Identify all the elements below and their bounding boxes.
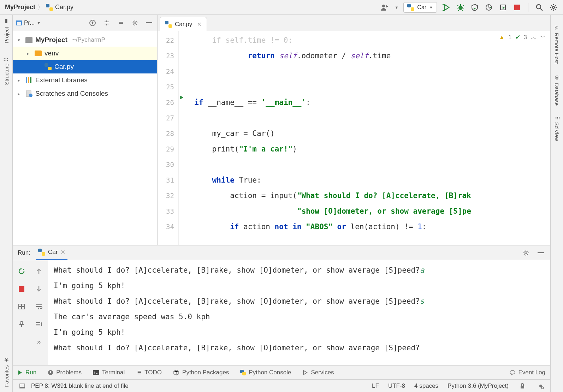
up-arrow-icon[interactable]: ︿ <box>531 33 537 41</box>
status-message[interactable]: PEP 8: W391 blank line at end of file <box>31 382 129 390</box>
expand-all-icon[interactable] <box>102 18 111 28</box>
navigation-bar: MyProject 〉 Car.py ▼ Car ▼ <box>0 0 563 15</box>
collapse-all-icon[interactable] <box>116 18 125 28</box>
services-tool-button[interactable]: Services <box>302 369 334 376</box>
down-arrow-icon[interactable]: ﹀ <box>540 33 546 41</box>
inspection-widget[interactable]: ▲ 1 ✔ 3 ︿ ﹀ <box>499 33 546 41</box>
stop-icon[interactable] <box>17 284 26 293</box>
lock-icon[interactable] <box>518 381 527 391</box>
tree-scratches[interactable]: ▸ Scratches and Consoles <box>13 87 157 100</box>
coverage-icon[interactable] <box>470 3 479 12</box>
tree-file-car[interactable]: Car.py <box>13 60 157 73</box>
editor-area: Car.py ✕ 22232425262728293031323334 if s… <box>158 15 550 245</box>
tree-venv[interactable]: ▸ venv <box>13 47 157 60</box>
run-icon[interactable] <box>442 3 451 12</box>
folder-icon <box>25 37 32 43</box>
concurrency-icon[interactable] <box>498 3 508 12</box>
tool-windows-icon[interactable] <box>18 381 27 391</box>
expand-arrow-icon[interactable]: ▸ <box>18 91 23 96</box>
indent[interactable]: 4 spaces <box>414 382 438 390</box>
svg-rect-3 <box>514 5 520 10</box>
packages-tool-button[interactable]: Python Packages <box>173 369 229 376</box>
inspector-icon[interactable] <box>536 381 545 391</box>
soft-wrap-icon[interactable] <box>34 302 43 311</box>
sciview-button[interactable]: ⠿ SciView <box>554 116 560 141</box>
hide-icon[interactable] <box>536 248 545 257</box>
add-user-icon[interactable] <box>380 3 390 12</box>
python-file-icon <box>46 4 53 11</box>
breadcrumb-file[interactable]: Car.py <box>46 4 73 11</box>
status-bar: PEP 8: W391 blank line at end of file LF… <box>13 379 550 392</box>
editor-tab-car[interactable]: Car.py ✕ <box>160 17 207 31</box>
run-config-selector[interactable]: Car ▼ <box>403 2 437 13</box>
settings-gear-icon[interactable] <box>521 248 531 257</box>
breadcrumb-project[interactable]: MyProject <box>5 4 35 11</box>
svg-point-27 <box>541 387 544 389</box>
favorites-tool-button[interactable]: Favorites ★ <box>3 357 10 387</box>
editor-tabs: Car.py ✕ <box>158 15 550 31</box>
svg-rect-7 <box>17 21 22 22</box>
terminal-tool-button[interactable]: Terminal <box>93 369 125 376</box>
line-separator[interactable]: LF <box>372 382 379 390</box>
todo-tool-button[interactable]: TODO <box>136 369 162 376</box>
tree-root[interactable]: ▾ MyProject ~/PycharmP <box>13 33 157 47</box>
chevron-down-icon: ▼ <box>429 5 433 10</box>
settings-gear-icon[interactable] <box>549 3 558 12</box>
python-file-icon <box>38 249 45 256</box>
structure-tool-button[interactable]: Structure ⠿ <box>3 58 10 85</box>
code-editor[interactable]: 22232425262728293031323334 if self.time … <box>158 31 550 245</box>
svg-rect-25 <box>521 386 524 388</box>
python-file-icon <box>165 21 172 28</box>
debug-icon[interactable] <box>456 3 465 12</box>
pin-icon[interactable] <box>17 320 26 329</box>
close-tab-icon[interactable]: ✕ <box>197 21 202 28</box>
play-icon <box>18 370 23 375</box>
tree-external-libraries[interactable]: ▸ External Libraries <box>13 73 157 87</box>
remote-host-button[interactable]: ⎘ Remote Host <box>554 25 560 64</box>
svg-point-9 <box>134 22 136 24</box>
scroll-to-end-icon[interactable] <box>34 320 43 329</box>
hide-icon[interactable] <box>144 18 154 28</box>
run-tool-window: Run: Car ✕ <box>13 245 550 365</box>
problems-tool-button[interactable]: Problems <box>48 369 82 376</box>
warn-icon <box>48 370 53 375</box>
star-icon: ★ <box>3 357 10 363</box>
chevron-down-icon: ▼ <box>37 21 41 25</box>
rerun-icon[interactable] <box>17 267 26 276</box>
project-tool-button[interactable]: Project ▮ <box>3 18 10 43</box>
search-icon[interactable] <box>535 3 544 12</box>
locate-icon[interactable] <box>88 18 97 28</box>
packages-icon <box>173 370 179 375</box>
run-tab-car[interactable]: Car ✕ <box>36 245 67 260</box>
run-tool-button[interactable]: Run <box>18 369 36 376</box>
profile-icon[interactable] <box>484 3 493 12</box>
interpreter[interactable]: Python 3.6 (MyProject) <box>448 382 509 390</box>
collapse-arrow-icon[interactable]: ▾ <box>18 37 23 43</box>
svg-point-0 <box>382 5 385 7</box>
run-gutter-icon[interactable] <box>179 95 191 100</box>
database-button[interactable]: ⛁ Database <box>554 75 560 106</box>
console-tool-button[interactable]: Python Console <box>240 369 291 376</box>
run-controls: » <box>13 260 48 365</box>
layout-icon[interactable] <box>17 302 26 311</box>
check-icon: ✔ <box>515 34 520 41</box>
encoding[interactable]: UTF-8 <box>388 382 405 390</box>
down-icon[interactable] <box>34 284 43 293</box>
project-view-selector[interactable]: Pr... ▼ <box>16 19 41 26</box>
project-panel-header: Pr... ▼ <box>13 15 157 31</box>
bubble-icon <box>510 370 515 375</box>
stop-icon[interactable] <box>512 3 522 12</box>
run-output[interactable]: What should I do? [A]ccelerate, [B]rake,… <box>48 260 550 365</box>
scratches-icon <box>25 90 32 97</box>
settings-gear-icon[interactable] <box>130 18 140 28</box>
up-icon[interactable] <box>34 267 43 276</box>
expand-arrow-icon[interactable]: ▸ <box>18 78 23 83</box>
more-icon[interactable]: » <box>34 337 43 346</box>
code-text[interactable]: if self.time != 0: return self.odometer … <box>191 31 550 245</box>
list-icon <box>136 370 142 375</box>
svg-rect-11 <box>26 77 27 83</box>
expand-arrow-icon[interactable]: ▸ <box>27 51 32 56</box>
close-tab-icon[interactable]: ✕ <box>60 249 65 256</box>
event-log-button[interactable]: Event Log <box>510 369 545 376</box>
chevron-down-icon[interactable]: ▼ <box>395 5 398 10</box>
